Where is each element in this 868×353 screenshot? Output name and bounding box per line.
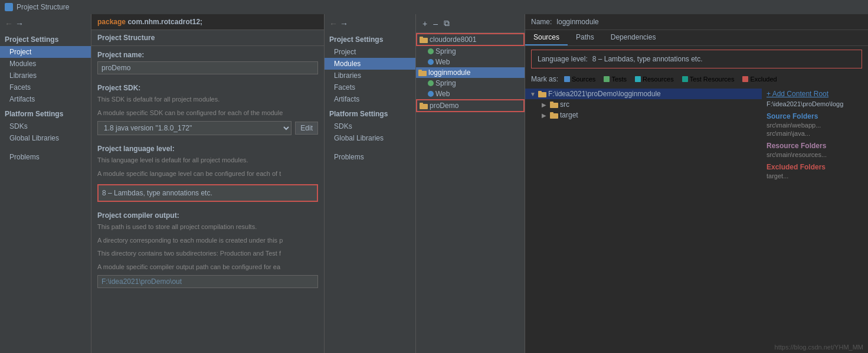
- forward-arrow[interactable]: →: [15, 19, 24, 28]
- compiler-output-desc3: This directory contains two subdirectori…: [91, 249, 324, 262]
- compiler-output-label: Project compiler output:: [91, 207, 324, 222]
- sdk-row: 1.8 java version "1.8.0_172" Edit: [91, 121, 324, 140]
- mark-excluded-btn[interactable]: Excluded: [740, 74, 779, 84]
- source-folder-2: src\main\java...: [767, 130, 863, 137]
- project-settings-header: Project Settings: [0, 31, 91, 46]
- excluded-folder-1: target...: [767, 172, 863, 179]
- root-folder-label: F:\idea2021\proDemo\logginmodule: [548, 90, 661, 98]
- tree-label-spring1: Spring: [435, 47, 456, 55]
- src-folder-label: src: [560, 100, 569, 109]
- lang-level-detail-label: Language level:: [538, 55, 588, 63]
- tree-item-prodemo[interactable]: proDemo: [416, 99, 525, 112]
- svg-rect-9: [550, 102, 553, 104]
- folder-icon-cloudorde: [420, 35, 428, 44]
- resource-folder-1: src\main\resources...: [767, 151, 863, 158]
- compiler-output-desc4: A module specific compiler output path c…: [91, 262, 324, 276]
- tab-paths[interactable]: Paths: [568, 30, 602, 45]
- folder-tree-root[interactable]: ▼ F:\idea2021\proDemo\logginmodule: [525, 89, 762, 99]
- compiler-output-desc1: This path is used to store all project c…: [91, 222, 324, 236]
- test-resources-dot: [682, 76, 688, 82]
- add-content-root-btn[interactable]: + Add Content Root: [767, 89, 863, 99]
- lang-level-desc2: A module specific language level can be …: [91, 169, 324, 182]
- tree-item-web1[interactable]: Web: [416, 57, 525, 67]
- leaf-icon-spring1: [428, 48, 434, 54]
- mark-resources-btn[interactable]: Resources: [633, 74, 676, 84]
- tree-label-web2: Web: [435, 90, 450, 98]
- tree-label-prodemo: proDemo: [430, 102, 458, 110]
- nav-libraries[interactable]: Libraries: [0, 70, 91, 81]
- tree-item-cloudorde8001[interactable]: cloudorde8001: [416, 33, 525, 46]
- left-panel: ← → Project Settings Project Modules Lib…: [0, 14, 91, 353]
- second-container: ← → Project Settings Project Modules Lib…: [325, 14, 868, 353]
- middle-panel-code-text: package: [97, 18, 126, 26]
- name-label: Name:: [531, 18, 552, 26]
- tree-add-btn[interactable]: +: [421, 18, 429, 29]
- content-root-path: F:\idea2021\proDemo\logg: [767, 100, 863, 107]
- nav-global-libraries[interactable]: Global Libraries: [0, 132, 91, 144]
- mark-test-resources-btn[interactable]: Test Resources: [680, 74, 737, 84]
- main-container: ← → Project Settings Project Modules Lib…: [0, 14, 868, 353]
- tree-item-spring2[interactable]: Spring: [416, 78, 525, 89]
- nav-sdks[interactable]: SDKs: [0, 120, 91, 132]
- tree-item-logginmodule[interactable]: logginmodule: [416, 67, 525, 78]
- folder-icon-prodemo: [420, 102, 428, 110]
- nav-project[interactable]: Project: [0, 46, 91, 58]
- second-forward-arrow[interactable]: →: [340, 19, 348, 28]
- mark-as-row: Mark as: Sources Tests Resources: [525, 72, 868, 86]
- mark-as-label: Mark as:: [531, 75, 558, 83]
- sources-dot: [564, 76, 570, 82]
- tab-dependencies[interactable]: Dependencies: [602, 30, 664, 45]
- folder-tree-src[interactable]: ▶ src: [525, 99, 762, 110]
- mark-tests-btn[interactable]: Tests: [601, 74, 629, 84]
- second-nav-arrows: ← →: [325, 17, 415, 31]
- sdk-select[interactable]: 1.8 java version "1.8.0_172": [97, 121, 291, 135]
- tree-remove-btn[interactable]: –: [431, 18, 440, 29]
- watermark: https://blog.csdn.net/YHM_MM: [775, 344, 863, 351]
- second-nav-artifacts[interactable]: Artifacts: [325, 93, 415, 105]
- project-sdk-label: Project SDK:: [91, 79, 324, 94]
- tab-sources[interactable]: Sources: [525, 30, 568, 45]
- second-platform-settings-header: Platform Settings: [325, 105, 415, 120]
- resource-folders-header: Resource Folders: [767, 142, 863, 150]
- tree-copy-btn[interactable]: ⧉: [442, 18, 451, 29]
- mark-tests-label: Tests: [611, 76, 627, 83]
- src-folder-icon: [550, 101, 558, 108]
- second-left-nav: ← → Project Settings Project Modules Lib…: [325, 14, 416, 353]
- second-nav-modules[interactable]: Modules: [325, 58, 415, 70]
- folder-tree-target[interactable]: ▶ target: [525, 110, 762, 120]
- tree-label-spring2: Spring: [435, 79, 456, 87]
- module-tree-panel: + – ⧉ cloudorde8001 Spring Web: [416, 14, 525, 353]
- language-level-value: 8 – Lambdas, type annotations etc.: [102, 189, 212, 197]
- second-nav-sdks[interactable]: SDKs: [325, 120, 415, 132]
- nav-facets[interactable]: Facets: [0, 81, 91, 93]
- nav-problems[interactable]: Problems: [0, 151, 91, 163]
- lang-level-desc1: This language level is default for all p…: [91, 155, 324, 169]
- second-back-arrow[interactable]: ←: [329, 19, 338, 28]
- target-folder-label: target: [560, 111, 578, 119]
- sdk-edit-button[interactable]: Edit: [295, 122, 318, 135]
- second-nav-problems[interactable]: Problems: [325, 151, 415, 163]
- svg-rect-1: [420, 37, 423, 39]
- mark-resources-label: Resources: [643, 76, 674, 83]
- tree-item-web2[interactable]: Web: [416, 89, 525, 99]
- sdk-desc2: A module specific SDK can be configured …: [91, 108, 324, 122]
- leaf-icon-web2: [428, 91, 434, 97]
- name-value: logginmodule: [556, 18, 598, 26]
- nav-modules[interactable]: Modules: [0, 58, 91, 70]
- project-name-label: Project name:: [91, 46, 324, 61]
- second-nav-facets[interactable]: Facets: [325, 81, 415, 93]
- second-nav-libraries[interactable]: Libraries: [325, 70, 415, 81]
- mark-sources-btn[interactable]: Sources: [562, 74, 598, 84]
- tree-item-spring1[interactable]: Spring: [416, 46, 525, 57]
- second-nav-project[interactable]: Project: [325, 46, 415, 58]
- project-name-input[interactable]: [97, 61, 318, 74]
- tabs-row: Sources Paths Dependencies: [525, 30, 868, 46]
- nav-artifacts-left[interactable]: Artifacts: [0, 93, 91, 105]
- title-bar: Project Structure: [0, 0, 868, 14]
- compiler-output-input[interactable]: [97, 275, 318, 288]
- platform-settings-header: Platform Settings: [0, 105, 91, 120]
- second-project-settings-header: Project Settings: [325, 31, 415, 46]
- lang-level-detail-value: 8 – Lambdas, type annotations etc.: [592, 55, 703, 63]
- back-arrow[interactable]: ←: [5, 19, 13, 28]
- second-nav-global-libraries[interactable]: Global Libraries: [325, 132, 415, 144]
